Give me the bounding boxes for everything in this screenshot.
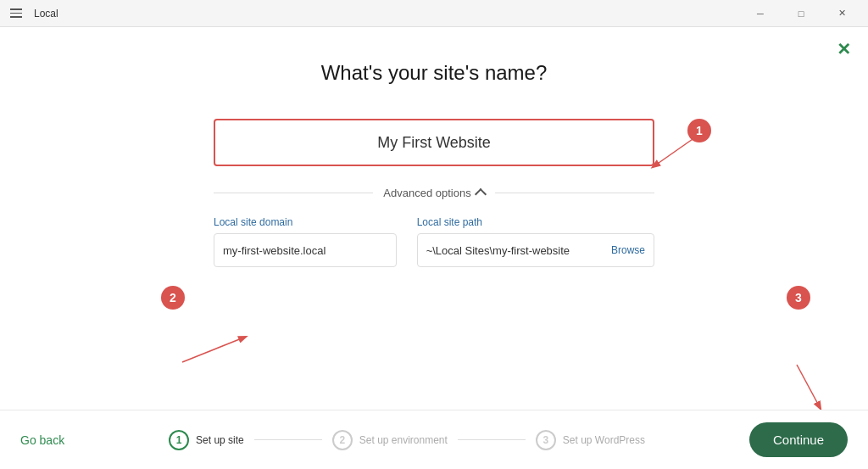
step-connector-2	[458, 439, 526, 440]
step-3-label: Set up WordPress	[563, 434, 645, 446]
path-input-wrapper: ~\Local Sites\my-first-website Browse	[417, 233, 654, 267]
divider-right	[495, 193, 654, 193]
dialog-body: What's your site's name? Advanced option…	[0, 27, 868, 410]
close-window-button[interactable]: ✕	[822, 0, 861, 27]
step-1-label: Set up site	[196, 434, 244, 446]
step-3-circle: 3	[536, 430, 556, 450]
step-2-label: Set up environment	[359, 434, 448, 446]
step-1-circle: 1	[169, 430, 189, 450]
maximize-button[interactable]: □	[782, 0, 821, 27]
advanced-fields: Local site domain Local site path ~\Loca…	[214, 216, 654, 267]
site-name-input[interactable]	[214, 119, 654, 166]
path-label: Local site path	[417, 216, 654, 228]
footer: Go back 1 Set up site 2 Set up environme…	[0, 410, 868, 469]
step-2-circle: 2	[332, 430, 353, 450]
path-value: ~\Local Sites\my-first-website	[426, 244, 570, 257]
dialog-title: What's your site's name?	[321, 61, 548, 85]
minimize-button[interactable]: ─	[741, 0, 780, 27]
titlebar-left: Local	[7, 5, 58, 21]
step-connector-1	[254, 439, 322, 440]
domain-label: Local site domain	[214, 216, 397, 228]
divider-left	[214, 193, 373, 193]
steps-indicator: 1 Set up site 2 Set up environment 3 Set…	[64, 430, 749, 450]
step-3: 3 Set up WordPress	[536, 430, 645, 450]
step-1: 1 Set up site	[169, 430, 244, 450]
go-back-button[interactable]: Go back	[20, 433, 64, 447]
modal-close-button[interactable]: ✕	[837, 41, 851, 58]
titlebar-title: Local	[34, 8, 58, 20]
titlebar-controls: ─ □ ✕	[741, 0, 861, 27]
browse-button[interactable]: Browse	[611, 244, 645, 256]
advanced-options-button[interactable]: Advanced options	[383, 187, 484, 199]
chevron-up-icon	[475, 188, 487, 200]
domain-field-group: Local site domain	[214, 216, 397, 267]
step-2: 2 Set up environment	[332, 430, 448, 450]
titlebar: Local ─ □ ✕	[0, 0, 868, 27]
path-field-group: Local site path ~\Local Sites\my-first-w…	[417, 216, 654, 267]
domain-input[interactable]	[214, 233, 397, 267]
hamburger-icon[interactable]	[7, 5, 25, 21]
main-content: ✕ 1 2 3 What's your site's	[0, 27, 868, 410]
continue-button[interactable]: Continue	[749, 422, 848, 457]
advanced-options-row: Advanced options	[214, 187, 654, 199]
